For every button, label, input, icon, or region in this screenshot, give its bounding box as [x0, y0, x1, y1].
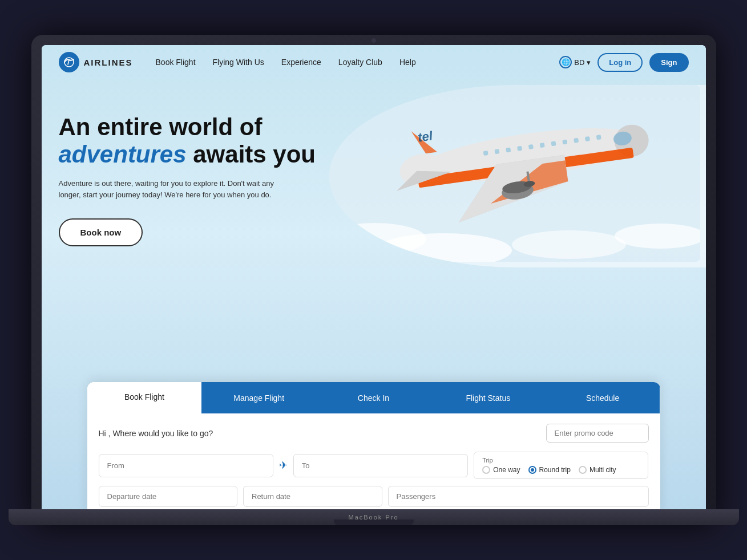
svg-rect-13 [517, 146, 522, 151]
hero-section: An entire world of adventures awaits you… [42, 79, 706, 382]
tab-manage-flight[interactable]: Manage Flight [201, 382, 316, 413]
logo-text: AIRLINES [84, 58, 133, 67]
svg-rect-17 [562, 140, 567, 145]
tab-schedule[interactable]: Schedule [546, 382, 660, 413]
booking-body: Hi , Where would you like to go? ✈ Trip [87, 413, 660, 515]
nav-links: Book Flight Flying With Us Experience Lo… [156, 58, 560, 67]
to-input[interactable] [293, 454, 468, 477]
booking-row-dates [99, 486, 649, 507]
nav-right: 🌐 BD ▾ Log in Sign [559, 53, 688, 72]
tab-book-flight[interactable]: Book Flight [87, 382, 202, 413]
trip-options: One way Round trip Multi c [482, 466, 640, 474]
svg-point-0 [64, 58, 74, 67]
language-code: BD [574, 58, 584, 67]
return-date-input[interactable] [243, 486, 382, 507]
trip-multi-city-label: Multi city [589, 466, 616, 474]
radio-round-trip[interactable] [528, 466, 536, 474]
booking-greeting: Hi , Where would you like to go? [99, 429, 213, 438]
svg-rect-11 [494, 149, 499, 154]
svg-rect-10 [483, 151, 488, 156]
booking-row-origin-dest: ✈ Trip One way [99, 452, 649, 479]
nav-help[interactable]: Help [399, 58, 416, 67]
svg-rect-16 [551, 141, 556, 146]
trip-option-multi-city[interactable]: Multi city [579, 466, 616, 474]
svg-rect-19 [584, 136, 589, 141]
book-now-button[interactable]: Book now [59, 218, 143, 246]
trip-label: Trip [482, 457, 640, 464]
svg-rect-14 [528, 144, 533, 149]
laptop-base: MacBook Pro [9, 509, 739, 525]
trip-type-selector: Trip One way Round trip [474, 452, 648, 479]
language-selector[interactable]: 🌐 BD ▾ [559, 56, 591, 68]
trip-option-round-trip[interactable]: Round trip [528, 466, 571, 474]
globe-icon: 🌐 [559, 56, 572, 68]
hero-subtitle: Adventure is out there, waiting for you … [59, 178, 298, 202]
navbar: AIRLINES Book Flight Flying With Us Expe… [42, 45, 706, 79]
nav-experience[interactable]: Experience [281, 58, 321, 67]
tab-check-in[interactable]: Check In [316, 382, 431, 413]
tab-flight-status[interactable]: Flight Status [431, 382, 546, 413]
booking-row-greeting: Hi , Where would you like to go? [99, 424, 649, 443]
departure-date-input[interactable] [99, 486, 238, 507]
trip-one-way-label: One way [493, 466, 520, 474]
svg-rect-12 [506, 147, 511, 152]
hero-text: An entire world of adventures awaits you… [59, 102, 386, 382]
radio-multi-city[interactable] [579, 466, 587, 474]
booking-panel: Book Flight Manage Flight Check In Fligh… [87, 382, 660, 515]
trip-round-trip-label: Round trip [539, 466, 571, 474]
svg-rect-15 [539, 143, 544, 148]
booking-tabs: Book Flight Manage Flight Check In Fligh… [87, 382, 660, 413]
logo-icon [59, 52, 79, 72]
chevron-down-icon: ▾ [587, 58, 591, 67]
logo-area[interactable]: AIRLINES [59, 52, 133, 72]
hero-title-rest: awaits you [193, 141, 316, 168]
hero-title-line2: adventures awaits you [59, 141, 386, 168]
laptop-camera [372, 38, 376, 43]
trip-option-one-way[interactable]: One way [482, 466, 520, 474]
passengers-input[interactable] [388, 486, 649, 507]
login-button[interactable]: Log in [597, 53, 643, 72]
radio-one-way[interactable] [482, 466, 490, 474]
macbook-label: MacBook Pro [348, 514, 398, 521]
hero-title-line1: An entire world of [59, 113, 386, 141]
nav-loyalty-club[interactable]: Loyalty Club [338, 58, 382, 67]
signup-button[interactable]: Sign [649, 53, 688, 72]
promo-code-input[interactable] [546, 424, 649, 443]
nav-book-flight[interactable]: Book Flight [156, 58, 196, 67]
svg-rect-18 [574, 138, 579, 143]
nav-flying-with-us[interactable]: Flying With Us [213, 58, 264, 67]
svg-text:tel: tel [417, 128, 434, 144]
swap-icon[interactable]: ✈ [279, 459, 288, 472]
svg-point-4 [512, 230, 626, 259]
hero-accent-word: adventures [59, 141, 187, 168]
from-input[interactable] [99, 454, 273, 477]
svg-rect-20 [596, 135, 601, 140]
